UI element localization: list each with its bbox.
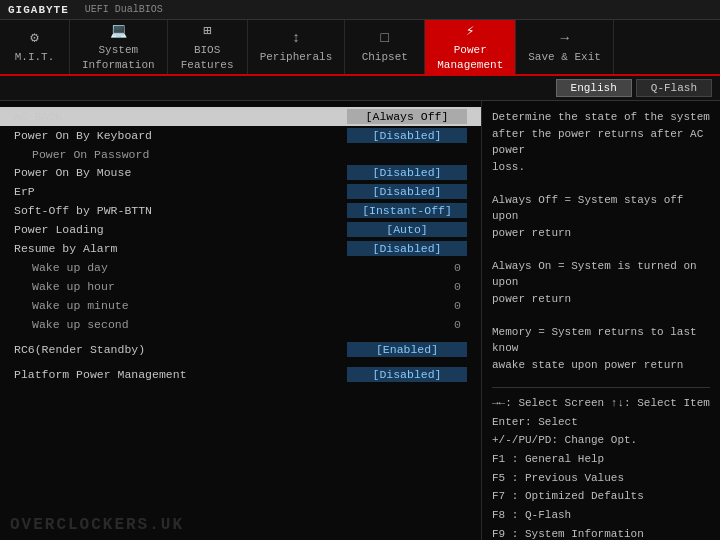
setting-label-ac-back: AC BACK bbox=[14, 110, 347, 123]
settings-panel: AC BACK[Always Off]Power On By Keyboard[… bbox=[0, 101, 482, 540]
setting-label-power-on-mouse: Power On By Mouse bbox=[14, 166, 347, 179]
setting-row-soft-off-pwr[interactable]: Soft-Off by PWR-BTTN[Instant-Off] bbox=[0, 201, 481, 220]
keybind-item: F7 : Optimized Defaults bbox=[492, 487, 710, 506]
nav-tab-bios-features[interactable]: ⊞BIOS Features bbox=[168, 20, 248, 74]
setting-label-wake-up-minute: Wake up minute bbox=[14, 299, 347, 312]
keybindings-list: →←: Select Screen ↑↓: Select ItemEnter: … bbox=[492, 387, 710, 540]
setting-row-ac-back[interactable]: AC BACK[Always Off] bbox=[0, 107, 481, 126]
desc-line: Always On = System is turned on upon bbox=[492, 258, 710, 291]
setting-row-power-on-password: Power On Password bbox=[0, 145, 481, 163]
system-information-icon: 💻 bbox=[110, 22, 127, 40]
setting-value-power-loading: [Auto] bbox=[347, 222, 467, 237]
nav-tab-label-power-management: Power Management bbox=[437, 43, 503, 72]
setting-row-platform-power[interactable]: Platform Power Management[Disabled] bbox=[0, 365, 481, 384]
nav-tabs: ⚙M.I.T.💻System Information⊞BIOS Features… bbox=[0, 20, 720, 76]
setting-row-wake-up-minute[interactable]: Wake up minute0 bbox=[0, 296, 481, 315]
setting-row-power-loading[interactable]: Power Loading[Auto] bbox=[0, 220, 481, 239]
setting-value-wake-up-hour: 0 bbox=[347, 279, 467, 294]
desc-line bbox=[492, 241, 710, 258]
power-management-icon: ⚡ bbox=[466, 22, 474, 40]
desc-line: Memory = System returns to last know bbox=[492, 324, 710, 357]
desc-line: power return bbox=[492, 291, 710, 308]
setting-value-power-on-keyboard: [Disabled] bbox=[347, 128, 467, 143]
desc-line bbox=[492, 175, 710, 192]
setting-label-resume-alarm: Resume by Alarm bbox=[14, 242, 347, 255]
setting-label-power-loading: Power Loading bbox=[14, 223, 347, 236]
setting-value-platform-power: [Disabled] bbox=[347, 367, 467, 382]
setting-label-power-on-keyboard: Power On By Keyboard bbox=[14, 129, 347, 142]
keybind-arrow-nav: →←: Select Screen ↑↓: Select Item bbox=[492, 394, 710, 413]
bios-features-icon: ⊞ bbox=[203, 22, 211, 40]
info-panel: Determine the state of the systemafter t… bbox=[482, 101, 720, 540]
nav-tab-label-system-information: System Information bbox=[82, 43, 155, 72]
setting-label-wake-up-day: Wake up day bbox=[14, 261, 347, 274]
peripherals-icon: ↕ bbox=[292, 29, 300, 47]
qflash-button[interactable]: Q-Flash bbox=[636, 79, 712, 97]
keybind-item: F9 : System Information bbox=[492, 525, 710, 540]
setting-row-wake-up-hour[interactable]: Wake up hour0 bbox=[0, 277, 481, 296]
footer-watermark: OVERCLOCKERS.uk bbox=[10, 516, 184, 534]
mit-icon: ⚙ bbox=[30, 29, 38, 47]
setting-value-wake-up-second: 0 bbox=[347, 317, 467, 332]
desc-line: awake state upon power return bbox=[492, 357, 710, 374]
setting-row-wake-up-second[interactable]: Wake up second0 bbox=[0, 315, 481, 334]
desc-line: after the power returns after AC power bbox=[492, 126, 710, 159]
nav-tab-system-information[interactable]: 💻System Information bbox=[70, 20, 168, 74]
nav-tab-label-peripherals: Peripherals bbox=[260, 50, 333, 64]
nav-tab-label-save-exit: Save & Exit bbox=[528, 50, 601, 64]
setting-label-wake-up-hour: Wake up hour bbox=[14, 280, 347, 293]
setting-label-power-on-password: Power On Password bbox=[14, 148, 467, 161]
nav-tab-power-management[interactable]: ⚡Power Management bbox=[425, 20, 516, 74]
setting-label-erp: ErP bbox=[14, 185, 347, 198]
setting-value-wake-up-minute: 0 bbox=[347, 298, 467, 313]
setting-value-power-on-mouse: [Disabled] bbox=[347, 165, 467, 180]
english-button[interactable]: English bbox=[556, 79, 632, 97]
nav-tab-save-exit[interactable]: →Save & Exit bbox=[516, 20, 614, 74]
main-content: AC BACK[Always Off]Power On By Keyboard[… bbox=[0, 101, 720, 540]
setting-value-ac-back: [Always Off] bbox=[347, 109, 467, 124]
setting-label-wake-up-second: Wake up second bbox=[14, 318, 347, 331]
keybind-item: F5 : Previous Values bbox=[492, 469, 710, 488]
language-bar: English Q-Flash bbox=[0, 76, 720, 101]
setting-label-rc6: RC6(Render Standby) bbox=[14, 343, 347, 356]
setting-row-wake-up-day[interactable]: Wake up day0 bbox=[0, 258, 481, 277]
keybind-item: Enter: Select bbox=[492, 413, 710, 432]
bios-label: UEFI DualBIOS bbox=[85, 4, 163, 15]
desc-line: loss. bbox=[492, 159, 710, 176]
keybind-item: F1 : General Help bbox=[492, 450, 710, 469]
nav-tab-label-chipset: Chipset bbox=[362, 50, 408, 64]
setting-row-power-on-mouse[interactable]: Power On By Mouse[Disabled] bbox=[0, 163, 481, 182]
setting-row-resume-alarm[interactable]: Resume by Alarm[Disabled] bbox=[0, 239, 481, 258]
nav-tab-mit[interactable]: ⚙M.I.T. bbox=[0, 20, 70, 74]
description-text: Determine the state of the systemafter t… bbox=[492, 109, 710, 373]
keybind-item: +/-/PU/PD: Change Opt. bbox=[492, 431, 710, 450]
setting-label-soft-off-pwr: Soft-Off by PWR-BTTN bbox=[14, 204, 347, 217]
brand-logo: GIGABYTE bbox=[8, 4, 69, 16]
setting-value-rc6: [Enabled] bbox=[347, 342, 467, 357]
desc-line: Always Off = System stays off upon bbox=[492, 192, 710, 225]
setting-value-erp: [Disabled] bbox=[347, 184, 467, 199]
setting-value-wake-up-day: 0 bbox=[347, 260, 467, 275]
save-exit-icon: → bbox=[560, 29, 568, 47]
keybindings-separator bbox=[492, 387, 710, 388]
setting-row-power-on-keyboard[interactable]: Power On By Keyboard[Disabled] bbox=[0, 126, 481, 145]
desc-line: Determine the state of the system bbox=[492, 109, 710, 126]
header-bar: GIGABYTE UEFI DualBIOS bbox=[0, 0, 720, 20]
setting-value-soft-off-pwr: [Instant-Off] bbox=[347, 203, 467, 218]
setting-value-resume-alarm: [Disabled] bbox=[347, 241, 467, 256]
keybind-item: F8 : Q-Flash bbox=[492, 506, 710, 525]
nav-tab-peripherals[interactable]: ↕Peripherals bbox=[248, 20, 346, 74]
chipset-icon: □ bbox=[381, 29, 389, 47]
setting-row-erp[interactable]: ErP[Disabled] bbox=[0, 182, 481, 201]
desc-line bbox=[492, 307, 710, 324]
desc-line: power return bbox=[492, 225, 710, 242]
setting-row-rc6[interactable]: RC6(Render Standby)[Enabled] bbox=[0, 340, 481, 359]
nav-tab-chipset[interactable]: □Chipset bbox=[345, 20, 425, 74]
nav-tab-label-mit: M.I.T. bbox=[15, 50, 55, 64]
setting-label-platform-power: Platform Power Management bbox=[14, 368, 347, 381]
nav-tab-label-bios-features: BIOS Features bbox=[181, 43, 234, 72]
